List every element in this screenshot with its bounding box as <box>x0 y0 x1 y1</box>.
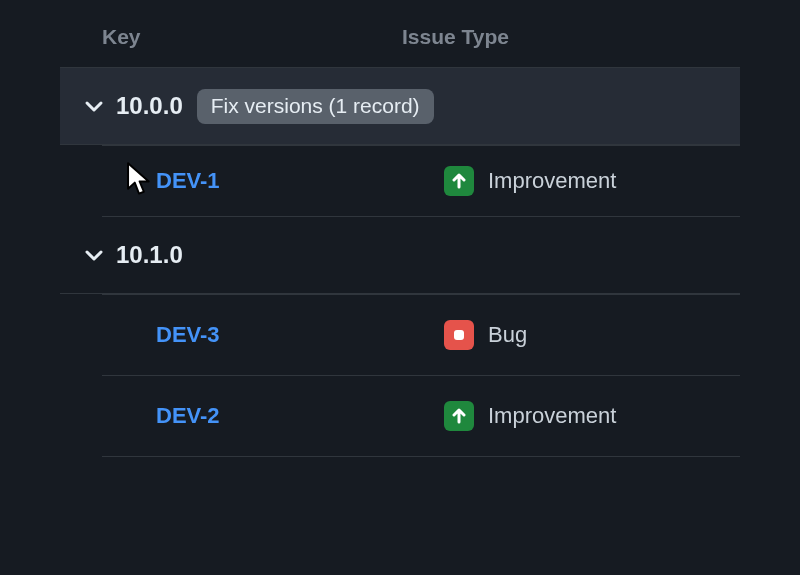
group-header[interactable]: 10.0.0 Fix versions (1 record) <box>60 67 740 145</box>
group-title: 10.0.0 <box>116 92 183 120</box>
group-title: 10.1.0 <box>116 241 183 269</box>
issue-type-label: Bug <box>488 322 527 348</box>
bug-icon <box>444 320 474 350</box>
issue-type-label: Improvement <box>488 168 616 194</box>
issue-type-label: Improvement <box>488 403 616 429</box>
group-pill[interactable]: Fix versions (1 record) <box>197 89 434 124</box>
column-header-key[interactable]: Key <box>102 25 402 49</box>
chevron-down-icon <box>82 243 106 267</box>
table-row[interactable]: DEV-3 Bug <box>102 294 740 376</box>
issue-key-link[interactable]: DEV-2 <box>156 403 444 429</box>
table-row[interactable]: DEV-1 Improvement <box>102 145 740 217</box>
column-headers: Key Issue Type <box>60 25 740 67</box>
improvement-icon <box>444 166 474 196</box>
issue-key-link[interactable]: DEV-3 <box>156 322 444 348</box>
group-header[interactable]: 10.1.0 <box>60 217 740 294</box>
issue-key-link[interactable]: DEV-1 <box>156 168 444 194</box>
improvement-icon <box>444 401 474 431</box>
column-header-type[interactable]: Issue Type <box>402 25 740 49</box>
chevron-down-icon <box>82 94 106 118</box>
table-row[interactable]: DEV-2 Improvement <box>102 376 740 457</box>
